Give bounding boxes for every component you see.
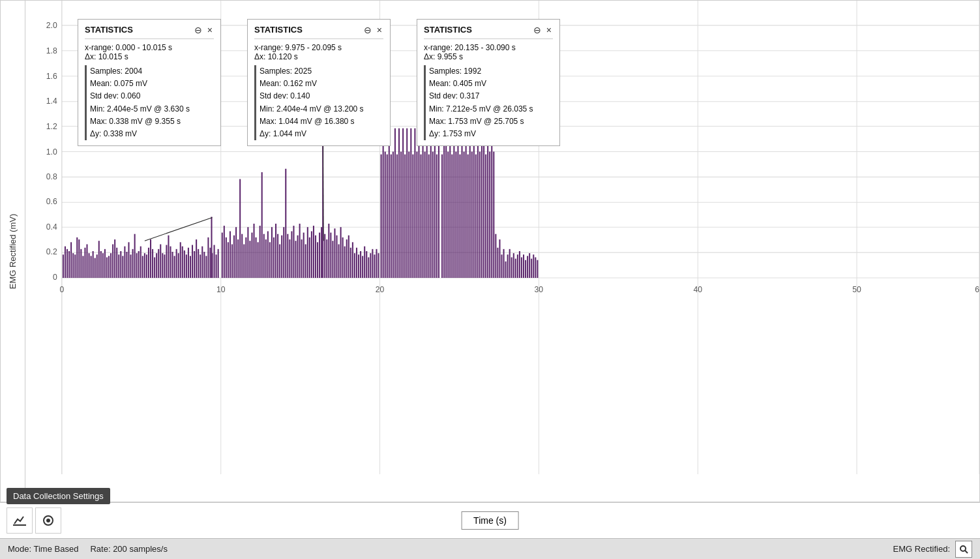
svg-rect-223 <box>434 128 436 278</box>
svg-rect-77 <box>144 253 145 278</box>
svg-rect-131 <box>251 233 252 278</box>
svg-rect-102 <box>194 251 195 278</box>
svg-rect-198 <box>385 151 386 278</box>
svg-rect-48 <box>86 244 87 278</box>
svg-rect-184 <box>356 248 357 278</box>
stats-deltay-1: Δy: 0.338 mV <box>90 128 214 140</box>
stats-body-3: Samples: 1992 Mean: 0.405 mV Std dev: 0.… <box>424 65 553 140</box>
svg-text:10: 10 <box>216 285 226 294</box>
svg-rect-229 <box>447 151 449 278</box>
svg-rect-218 <box>424 151 426 278</box>
stats-deltay-3: Δy: 1.753 mV <box>429 128 553 140</box>
svg-rect-59 <box>108 256 110 278</box>
svg-text:0: 0 <box>59 285 64 294</box>
svg-rect-88 <box>166 245 167 278</box>
svg-point-279 <box>46 519 50 522</box>
svg-rect-252 <box>493 151 494 278</box>
svg-rect-67 <box>124 247 125 278</box>
svg-rect-112 <box>214 245 215 278</box>
svg-rect-185 <box>358 254 359 278</box>
svg-rect-221 <box>430 128 432 278</box>
svg-rect-55 <box>100 251 102 278</box>
svg-rect-91 <box>172 252 173 278</box>
svg-rect-205 <box>398 128 400 278</box>
svg-rect-210 <box>408 151 409 278</box>
svg-rect-62 <box>114 239 115 278</box>
y-axis-container: EMG Rectified (mV) <box>0 0 25 502</box>
svg-rect-136 <box>261 172 263 278</box>
time-label-button[interactable]: Time (s) <box>461 511 519 530</box>
svg-rect-272 <box>533 254 534 278</box>
svg-rect-63 <box>116 248 117 278</box>
svg-rect-158 <box>305 244 306 278</box>
svg-rect-149 <box>287 234 288 278</box>
svg-rect-128 <box>245 237 246 278</box>
svg-rect-155 <box>299 224 301 278</box>
stats-deltax-2: Δx: 10.120 s <box>254 52 383 61</box>
stats-title-3: STATISTICS <box>424 25 472 35</box>
svg-rect-267 <box>523 254 524 278</box>
svg-text:1.6: 1.6 <box>46 72 57 81</box>
emg-search-button[interactable] <box>955 541 972 558</box>
svg-text:2.0: 2.0 <box>46 21 57 30</box>
stats-minimize-2[interactable]: ⊖ <box>363 25 373 35</box>
svg-rect-40 <box>70 242 72 278</box>
svg-rect-80 <box>150 239 151 278</box>
stats-xrange-2: x-range: 9.975 - 20.095 s <box>254 43 383 52</box>
svg-rect-274 <box>537 260 538 278</box>
svg-rect-133 <box>256 237 257 278</box>
svg-rect-154 <box>297 235 299 278</box>
settings-icon-button[interactable] <box>35 507 61 534</box>
svg-rect-168 <box>324 234 325 278</box>
svg-rect-137 <box>263 234 265 278</box>
svg-rect-188 <box>364 247 365 278</box>
svg-rect-257 <box>503 249 505 278</box>
svg-rect-259 <box>507 254 509 278</box>
svg-rect-109 <box>207 237 209 278</box>
svg-rect-209 <box>406 128 408 278</box>
svg-rect-263 <box>515 259 516 278</box>
svg-rect-130 <box>249 241 250 278</box>
svg-rect-250 <box>489 151 490 278</box>
svg-rect-253 <box>495 234 496 278</box>
stats-minimize-3[interactable]: ⊖ <box>532 25 542 35</box>
svg-rect-255 <box>499 239 500 278</box>
svg-rect-240 <box>469 128 471 278</box>
svg-rect-268 <box>525 260 526 278</box>
stats-close-3[interactable]: × <box>545 25 553 35</box>
svg-rect-171 <box>330 233 331 278</box>
svg-rect-132 <box>253 224 254 278</box>
svg-rect-119 <box>228 242 229 278</box>
svg-rect-129 <box>247 227 248 278</box>
svg-text:40: 40 <box>693 285 702 294</box>
svg-text:1.2: 1.2 <box>46 122 57 131</box>
svg-rect-230 <box>449 128 451 278</box>
svg-rect-189 <box>366 251 367 278</box>
svg-rect-85 <box>160 244 161 278</box>
stats-deltax-3: Δx: 9.955 s <box>424 52 553 61</box>
svg-text:0: 0 <box>53 273 57 282</box>
svg-rect-173 <box>334 228 335 278</box>
stats-close-1[interactable]: × <box>206 25 214 35</box>
svg-rect-143 <box>275 224 276 278</box>
stats-close-2[interactable]: × <box>376 25 383 35</box>
svg-rect-43 <box>76 237 78 278</box>
stats-minimize-1[interactable]: ⊖ <box>193 25 203 35</box>
svg-rect-56 <box>102 253 104 278</box>
line-chart-icon <box>13 514 26 527</box>
stats-min-1: Min: 2.404e-5 mV @ 3.630 s <box>90 103 214 115</box>
svg-rect-99 <box>188 248 189 278</box>
svg-rect-153 <box>295 241 297 278</box>
stats-controls-2: ⊖ × <box>363 25 383 35</box>
svg-rect-44 <box>78 239 80 278</box>
svg-rect-60 <box>110 253 111 278</box>
svg-rect-236 <box>462 128 463 278</box>
svg-rect-181 <box>350 248 351 278</box>
svg-rect-167 <box>321 227 322 278</box>
svg-rect-262 <box>513 253 514 278</box>
chart-icon-button[interactable] <box>7 507 33 534</box>
svg-rect-125 <box>239 179 241 278</box>
svg-rect-65 <box>120 251 121 278</box>
stats-xrange-3: x-range: 20.135 - 30.090 s <box>424 43 553 52</box>
svg-rect-146 <box>281 235 282 278</box>
